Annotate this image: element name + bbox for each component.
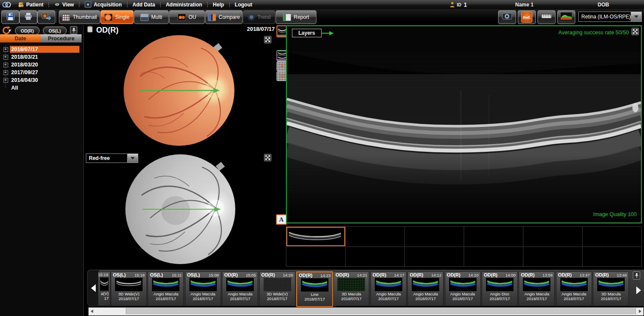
view-mode-label: OU <box>188 14 196 20</box>
filmstrip-thumbnail[interactable]: OD(R) 14:29 3D Wide(V) 2018/07/17 <box>259 271 295 306</box>
filmstrip-thumbnail[interactable]: OS(L) 15:08 Angio Macula 2018/07/17 <box>185 271 221 306</box>
analysis-grid-cell[interactable] <box>405 247 464 267</box>
layer-preset-dropdown[interactable]: Retina (ILM-OS/RPE) <box>578 12 642 22</box>
filmstrip-pin-button[interactable] <box>633 271 640 280</box>
filmstrip-scroll-left-button[interactable] <box>88 270 99 306</box>
od-right-eye-button[interactable]: OD(R) <box>15 27 39 35</box>
view-mode-button[interactable]: Multi <box>134 10 169 24</box>
tab-procedure[interactable]: Procedure <box>41 34 82 42</box>
date-tree-item[interactable]: All <box>0 84 84 92</box>
view-mode-button[interactable]: OU <box>169 10 205 24</box>
refresh-icon[interactable] <box>1 26 12 35</box>
filmstrip-thumbnail[interactable]: OS(L) 15:11 Angio Macula 2018/07/17 <box>148 271 184 306</box>
filmstrip-thumbnail[interactable]: OD(R) 13:46 3D Macula 2018/07/17 <box>593 271 629 306</box>
analysis-grid-cell[interactable] <box>346 227 404 247</box>
menu-item-label: View <box>62 2 74 8</box>
filmstrip-thumbnail[interactable]: OD(R) 14:00 Angio Disc 2018/07/17 <box>482 271 518 306</box>
thumbnail-date: 2018/07/17 <box>111 296 146 301</box>
layers-button[interactable]: Layers <box>292 29 322 37</box>
filmstrip-scroll-right-button[interactable] <box>634 285 643 296</box>
thumbnail-eye-label: OD(R) <box>335 272 349 277</box>
analysis-grid-cell[interactable] <box>405 227 464 247</box>
scrollbar-track[interactable] <box>88 307 644 316</box>
sidebar-pin-button[interactable] <box>70 26 77 34</box>
oct-expand-button[interactable] <box>632 28 639 35</box>
menu-item[interactable]: Add Data <box>128 0 161 9</box>
thumbnail-image <box>301 278 328 292</box>
analysis-grid-cell[interactable] <box>464 247 523 267</box>
menu-items: Patient View Acquisition Add Data Admini… <box>13 0 258 9</box>
tab-date[interactable]: Date <box>0 34 41 42</box>
redfree-fundus-image[interactable] <box>125 154 235 264</box>
application-window: Patient View Acquisition Add Data Admini… <box>0 0 644 316</box>
analysis-grid-cell[interactable] <box>286 247 345 267</box>
view-mode-button[interactable]: Single <box>100 10 134 24</box>
filmstrip-thumbnail[interactable]: OD(R) 14:12 Angio Macula 2018/07/17 <box>407 271 444 306</box>
reference-button[interactable]: Ref. <box>518 10 536 24</box>
view-mode-button[interactable]: Trend <box>243 10 275 24</box>
menu-item[interactable]: Administration <box>161 0 207 9</box>
menu-item[interactable]: Patient <box>13 0 49 9</box>
filmstrip-thumbnail[interactable]: OD(R) 14:23 Line 2018/07/17 <box>296 271 333 307</box>
menu-item[interactable]: Help <box>208 0 229 9</box>
analysis-grid-cell[interactable] <box>583 227 641 247</box>
print-button[interactable] <box>19 10 37 24</box>
analysis-grid-cell[interactable] <box>583 247 641 267</box>
filmstrip-thumbnail[interactable]: OD(R) 14:21 3D Macula 2018/07/17 <box>333 271 369 306</box>
date-tree-item[interactable]: 2018/03/21 <box>0 53 84 61</box>
os-left-eye-button[interactable]: OS(L) <box>43 27 67 35</box>
expand-toggle-icon[interactable] <box>3 47 8 52</box>
thumbnail-date: 2018/07/17 <box>593 296 629 301</box>
filmstrip-thumbnail[interactable]: OD(R) 13:56 Angio Macula 2018/07/17 <box>519 271 555 306</box>
analysis-grid-cell[interactable] <box>523 227 582 247</box>
expand-toggle-icon[interactable] <box>3 78 8 83</box>
filmstrip-thumbnail[interactable]: OD(R) 14:10 Angio Macula 2018/07/17 <box>445 271 481 306</box>
date-tree-item[interactable]: 2018/03/20 <box>0 61 84 69</box>
expand-toggle-icon[interactable] <box>3 63 8 67</box>
thickness-map-button[interactable] <box>557 10 575 24</box>
view-mode-button[interactable]: Compare <box>205 10 243 24</box>
view-mode-button[interactable]: Thumbnail <box>59 10 100 24</box>
toolbar: Thumbnail Single Multi OU Compare Trend … <box>0 9 644 25</box>
date-tree-item[interactable]: 2018/07/17 <box>0 45 84 53</box>
scrollbar-thumb[interactable] <box>126 308 636 314</box>
analysis-grid-cell[interactable] <box>464 227 523 247</box>
pin-icon <box>72 27 76 33</box>
thumbnail-time: 13:47 <box>580 273 590 277</box>
filmstrip-scrollbar <box>87 307 644 315</box>
menu-item[interactable]: View <box>49 0 79 9</box>
color-fundus-image[interactable] <box>124 35 234 146</box>
thumbnail-eye-label: OS(L) <box>113 272 126 277</box>
analysis-grid-cell[interactable] <box>523 247 582 267</box>
date-tree-item[interactable]: 2014/04/30 <box>0 76 84 84</box>
caliper-button[interactable] <box>538 10 556 24</box>
expand-toggle-icon[interactable] <box>3 55 8 60</box>
annotation-button[interactable]: A <box>276 214 287 225</box>
fundus-filter-dropdown[interactable]: Red-free <box>86 153 138 163</box>
filmstrip-thumbnail[interactable]: OD(R) 14:17 Angio Macula 2018/07/17 <box>371 271 407 306</box>
layer-preset-value: Retina (ILM-OS/RPE) <box>579 12 631 21</box>
analysis-grid-cell[interactable] <box>346 247 404 267</box>
filmstrip-thumbnail[interactable]: OS(L) 15:18 3D Wide(V) 2018/07/17 <box>111 271 147 306</box>
menu-item-label: Patient <box>26 2 43 8</box>
expand-toggle-icon[interactable] <box>3 70 8 75</box>
scrollbar-right-arrow[interactable] <box>639 310 641 313</box>
menu-item[interactable]: Logout <box>230 0 258 9</box>
filmstrip-thumbnail[interactable]: OD(R) 15:05 Angio Macula 2018/07/17 <box>222 271 258 306</box>
capture-button[interactable] <box>498 10 516 24</box>
filmstrip-thumbnail[interactable]: OD(R) 13:47 Angio Macula 2018/07/17 <box>556 271 592 306</box>
scrollbar-left-arrow[interactable] <box>91 310 93 313</box>
export-button[interactable] <box>37 10 55 24</box>
save-button[interactable] <box>1 10 19 24</box>
thumbnail-image <box>152 278 179 291</box>
analysis-grid-cell[interactable] <box>286 227 345 247</box>
fundus-filter-dropdown-button[interactable] <box>127 154 138 163</box>
fundus2-expand-button[interactable] <box>264 154 271 161</box>
date-tree-item[interactable]: 2017/09/27 <box>0 69 84 76</box>
oct-mini-thumbnail[interactable] <box>286 227 345 246</box>
menu-item[interactable]: Acquisition <box>79 0 127 9</box>
view-mode-button[interactable]: Report <box>276 10 316 24</box>
layer-preset-dropdown-button[interactable] <box>631 12 641 21</box>
fundus1-expand-button[interactable] <box>264 36 271 43</box>
filmstrip-thumbnail[interactable]: 15:19 a(V) 17 <box>98 271 110 306</box>
